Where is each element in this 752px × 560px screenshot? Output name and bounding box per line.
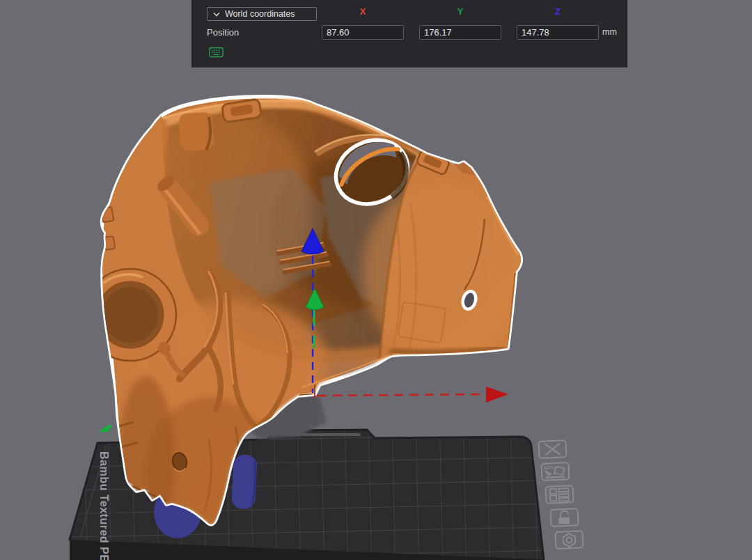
coordinate-system-label: World coordinates <box>225 9 295 19</box>
move-coordinate-panel: World coordinates X Y Z Position mm <box>191 0 627 68</box>
axis-header-y: Y <box>419 6 501 17</box>
position-row-label: Position <box>207 25 239 40</box>
chevron-down-icon <box>213 12 220 17</box>
axis-header-z: Z <box>517 6 599 17</box>
coordinate-system-dropdown[interactable]: World coordinates <box>207 7 317 21</box>
arrange-plate-icon[interactable] <box>545 485 574 504</box>
plate-settings-icon[interactable] <box>554 530 583 550</box>
scene-canvas[interactable]: Bambu Textured PEI P <box>0 0 752 560</box>
gizmo-x-arrow[interactable] <box>486 387 508 403</box>
position-y-input[interactable] <box>419 25 501 40</box>
gizmo-x-axis-line <box>318 394 486 396</box>
auto-orient-icon[interactable]: AUTO <box>540 462 570 481</box>
build-plate-label: Bambu Textured PEI P <box>98 451 110 560</box>
svg-text:AUTO: AUTO <box>544 465 555 470</box>
position-x-input[interactable] <box>322 25 404 40</box>
close-plate-icon[interactable] <box>538 440 567 459</box>
lock-plate-icon[interactable] <box>549 508 579 527</box>
unit-label: mm <box>602 25 617 40</box>
axis-header-x: X <box>322 6 404 17</box>
slicer-3d-view: Bambu Textured PEI P <box>0 0 752 560</box>
keyboard-icon[interactable] <box>208 46 224 59</box>
position-z-input[interactable] <box>517 25 599 40</box>
